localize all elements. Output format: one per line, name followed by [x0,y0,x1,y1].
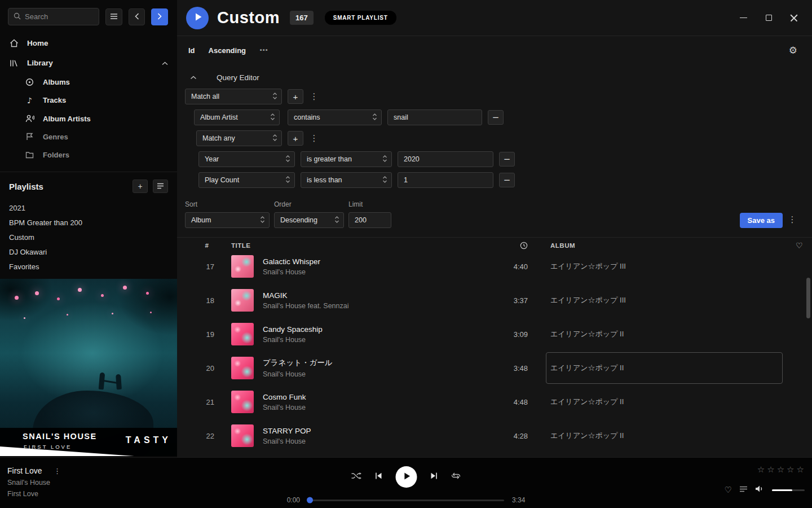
value-input[interactable] [398,172,493,188]
play-icon [403,472,411,483]
track-row[interactable]: 22 STARRY POP Snail's House 4:28 エイリアン☆ポ… [177,419,812,453]
track-options-button[interactable]: ⋮ [52,467,62,475]
settings-button[interactable]: ⚙ [789,45,797,56]
playlist-item[interactable]: BPM Greater than 200 [9,215,168,230]
track-album: エイリアン☆ポップ III [546,253,783,282]
track-art [231,255,254,278]
maximize-button[interactable] [764,14,773,23]
remove-rule-button[interactable]: − [499,152,515,167]
match-all-select[interactable]: Match all [185,89,282,104]
sidebar-item-label: Folders [43,151,69,159]
field-select[interactable]: Album Artist [194,110,280,125]
add-group-rule-button[interactable]: + [288,131,303,146]
maximize-icon [766,15,772,21]
operator-select[interactable]: is greater than [301,151,392,167]
column-favorite[interactable]: ♡ [783,241,803,250]
smart-playlist-badge: SMART PLAYLIST [325,11,396,25]
favorite-button[interactable]: ♡ [725,485,732,495]
match-any-select[interactable]: Match any [196,130,282,146]
track-title: Cosmo Funk [263,393,496,401]
search-input[interactable] [25,12,94,21]
star-icon[interactable]: ☆ [777,465,784,475]
sidebar-item-albums[interactable]: Albums [0,73,177,91]
add-rule-button[interactable]: + [288,89,303,104]
remove-rule-button[interactable]: − [499,173,515,187]
playlist-item[interactable]: Custom [9,230,168,244]
now-playing-info: First Love ⋮ Snail's House First Love [7,466,62,498]
sidebar-item-genres[interactable]: Genres [0,128,177,146]
order-select[interactable]: Descending [274,212,344,228]
star-icon[interactable]: ☆ [797,465,804,475]
playlist-item[interactable]: DJ Okawari [9,244,168,259]
star-icon[interactable]: ☆ [787,465,794,475]
minus-icon: − [504,154,511,164]
operator-select[interactable]: is less than [301,172,392,188]
previous-button[interactable] [375,472,383,482]
playlist-menu-button[interactable] [153,179,168,193]
search-box[interactable] [8,8,99,25]
track-album-highlighted[interactable]: エイリアン☆ポップ II [546,352,783,384]
volume-icon [755,485,765,495]
track-row[interactable]: 17 Galactic Whisper Snail's House 4:40 エ… [177,253,812,283]
add-playlist-button[interactable]: + [133,179,148,193]
column-duration[interactable] [496,242,528,249]
now-playing-cover[interactable]: SNAIL'S HOUSE FIRST LOVE TASTY [0,279,177,456]
limit-input[interactable] [348,212,391,228]
save-options-button[interactable]: ⋮ [787,214,797,225]
star-icon[interactable]: ☆ [767,465,774,475]
volume-button[interactable] [755,485,765,495]
value-input[interactable] [398,151,493,167]
repeat-button[interactable] [451,472,461,482]
sort-direction-button[interactable]: Ascending [209,46,246,55]
play-playlist-button[interactable] [186,7,209,29]
operator-select[interactable]: contains [288,110,382,125]
sort-select[interactable]: Album [185,212,270,228]
group-options-button[interactable]: ⋮ [309,133,319,143]
close-button[interactable] [789,14,798,23]
sidebar-item-tracks[interactable]: ♪ Tracks [0,91,177,110]
shuffle-button[interactable] [351,472,362,482]
tracklist-scrollbar[interactable] [806,278,810,318]
minimize-button[interactable] [739,14,748,23]
playlist-item[interactable]: 2021 [9,200,168,215]
chevron-up-icon[interactable] [162,59,168,67]
progress-knob[interactable] [307,497,313,503]
track-row[interactable]: 20 プラネット・ガール Snail's House 3:48 エイリアン☆ポッ… [177,351,812,385]
track-row[interactable]: 18 MAGIK Snail's House feat. Sennzai 3:3… [177,283,812,317]
track-title: MAGIK [263,291,496,300]
queue-button[interactable] [739,485,748,495]
volume-slider[interactable] [772,489,805,491]
sidebar-nav: Home Library Albums ♪ [0,33,177,164]
more-options-button[interactable]: ⋯ [259,45,268,55]
field-select[interactable]: Year [198,151,295,167]
remove-rule-button[interactable]: − [488,110,504,125]
nav-forward-button[interactable] [151,8,168,25]
elapsed-time: 0:00 [283,496,300,504]
star-icon[interactable]: ☆ [757,465,765,475]
rule-options-button[interactable]: ⋮ [309,91,319,102]
sidebar-item-folders[interactable]: Folders [0,146,177,164]
sidebar-item-library[interactable]: Library [0,53,177,73]
playlists-list: 2021 BPM Greater than 200 Custom DJ Okaw… [0,198,177,274]
nav-back-button[interactable] [129,8,145,25]
clock-icon [520,242,528,249]
playlist-item[interactable]: Favorites [9,259,168,274]
collapse-query-editor-button[interactable] [185,76,202,80]
sidebar-item-album-artists[interactable]: Album Artists [0,110,177,128]
column-index[interactable]: # [200,242,214,249]
menu-button[interactable] [105,8,122,25]
progress-bar[interactable] [308,500,504,501]
value-input[interactable] [387,110,482,125]
sidebar-item-home[interactable]: Home [0,33,177,53]
track-row[interactable]: 21 Cosmo Funk Snail's House 4:48 エイリアン☆ポ… [177,385,812,419]
column-title[interactable]: TITLE [231,242,496,249]
track-art [231,323,254,345]
next-button[interactable] [430,472,438,482]
track-row[interactable]: 19 Candy Spaceship Snail's House 3:09 エイ… [177,317,812,351]
field-select[interactable]: Play Count [198,172,295,188]
track-art [231,391,254,413]
play-pause-button[interactable] [396,466,417,488]
column-album[interactable]: ALBUM [546,242,783,249]
sort-field-button[interactable]: Id [188,46,195,55]
save-as-button[interactable]: Save as [740,213,783,228]
